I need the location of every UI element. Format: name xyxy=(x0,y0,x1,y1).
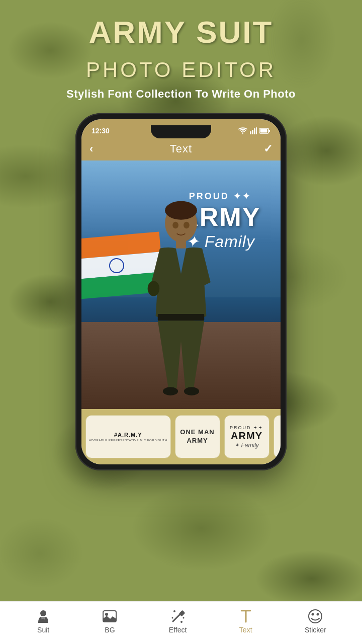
sticker-item-army-abbr[interactable]: #A.R.M.Y ADORABLE REPRESENTATIVE M.C FOR… xyxy=(85,415,171,458)
phone-screen: 12:30 xyxy=(81,119,281,464)
svg-point-16 xyxy=(40,610,46,616)
sticker-tray: #A.R.M.Y ADORABLE REPRESENTATIVE M.C FOR… xyxy=(81,409,281,464)
nav-item-bg[interactable]: BG xyxy=(102,609,117,634)
status-time: 12:30 xyxy=(92,127,110,135)
sticker-army-abbr-title: #A.R.M.Y xyxy=(114,432,142,438)
phone-notch xyxy=(151,125,211,138)
back-button[interactable]: ‹ xyxy=(89,142,93,155)
svg-point-15 xyxy=(148,281,160,296)
bg-icon xyxy=(102,609,117,624)
tagline: Stylish Font Collection To Write On Phot… xyxy=(66,88,296,101)
sticker-item-love-army[interactable]: #LOVEARMY xyxy=(274,415,281,458)
title-line2: Photo Editor xyxy=(86,58,276,82)
svg-point-18 xyxy=(105,613,108,616)
signal-icon xyxy=(250,127,257,134)
phone-mockup: 12:30 xyxy=(75,113,287,470)
sticker-proud-army-content: PROUD ✦✦ ARMY ✦ Family xyxy=(230,425,263,449)
photo-background: PROUD ✦✦ ARMY ✦ Family xyxy=(81,160,281,409)
svg-line-19 xyxy=(173,614,180,621)
check-button[interactable]: ✓ xyxy=(263,142,273,155)
header-section: ARMY SUIT Photo Editor Stylish Font Coll… xyxy=(56,0,306,108)
svg-rect-5 xyxy=(260,129,267,133)
svg-rect-10 xyxy=(158,314,204,320)
text-icon xyxy=(238,609,253,624)
app-title: ARMY SUIT Photo Editor xyxy=(66,15,296,84)
nav-item-effect[interactable]: Effect xyxy=(169,609,187,634)
photo-area[interactable]: PROUD ✦✦ ARMY ✦ Family xyxy=(81,160,281,409)
battery-icon xyxy=(259,128,270,134)
svg-rect-9 xyxy=(176,240,186,249)
status-icons xyxy=(238,127,270,134)
sticker-one-man-text: ONE MANARMY xyxy=(180,428,214,445)
svg-rect-6 xyxy=(269,130,270,132)
svg-point-28 xyxy=(312,613,314,616)
sticker-item-one-man-army[interactable]: ONE MANARMY xyxy=(175,415,220,458)
page-content: ARMY SUIT Photo Editor Stylish Font Coll… xyxy=(0,0,362,644)
suit-label: Suit xyxy=(37,626,49,634)
bg-label: BG xyxy=(105,626,115,634)
svg-point-21 xyxy=(173,610,175,612)
phone-topbar: ‹ Text ✓ xyxy=(81,138,281,160)
svg-rect-0 xyxy=(250,131,251,134)
svg-point-23 xyxy=(183,617,184,619)
soldier-figure xyxy=(126,198,236,409)
svg-rect-1 xyxy=(252,130,253,134)
svg-rect-3 xyxy=(256,127,257,134)
title-line1: ARMY SUIT xyxy=(89,15,274,49)
sticker-item-proud-army[interactable]: PROUD ✦✦ ARMY ✦ Family xyxy=(224,415,269,458)
bottom-nav: Suit BG Effect Text xyxy=(0,601,362,644)
effect-icon xyxy=(170,609,186,624)
ashoka-chakra xyxy=(109,257,125,274)
svg-point-12 xyxy=(184,387,199,396)
wifi-icon xyxy=(238,127,247,134)
svg-point-22 xyxy=(180,621,183,623)
svg-point-8 xyxy=(165,201,197,220)
suit-icon xyxy=(36,609,51,624)
topbar-title: Text xyxy=(170,142,192,155)
svg-point-27 xyxy=(309,610,322,623)
sticker-icon xyxy=(308,609,323,624)
nav-item-sticker[interactable]: Sticker xyxy=(305,609,326,634)
sticker-army-abbr-sub: ADORABLE REPRESENTATIVE M.C FOR YOUTH xyxy=(89,439,167,442)
svg-point-24 xyxy=(171,617,173,619)
svg-point-29 xyxy=(317,613,319,616)
sticker-label: Sticker xyxy=(305,626,326,634)
nav-item-text[interactable]: Text xyxy=(238,609,253,634)
text-label: Text xyxy=(239,626,252,634)
effect-label: Effect xyxy=(169,626,187,634)
svg-point-13 xyxy=(172,222,178,228)
phone-body: 12:30 xyxy=(75,113,287,470)
svg-point-14 xyxy=(184,222,190,228)
svg-rect-2 xyxy=(254,128,255,134)
svg-point-11 xyxy=(163,387,178,396)
nav-item-suit[interactable]: Suit xyxy=(36,609,51,634)
